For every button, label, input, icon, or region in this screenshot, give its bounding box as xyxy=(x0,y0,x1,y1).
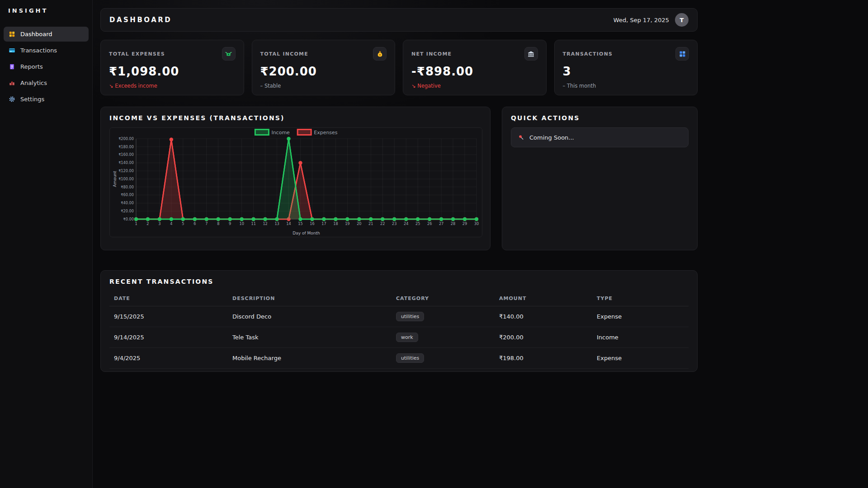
category-badge: utilities xyxy=(396,353,424,363)
cell-date: 9/15/2025 xyxy=(109,306,228,327)
svg-text:₹200.00: ₹200.00 xyxy=(118,136,134,141)
svg-text:₹120.00: ₹120.00 xyxy=(118,169,134,173)
svg-text:3: 3 xyxy=(158,221,160,226)
svg-text:15: 15 xyxy=(298,221,302,226)
money-bag-icon xyxy=(373,47,387,61)
svg-text:9: 9 xyxy=(229,221,231,226)
svg-text:1: 1 xyxy=(135,221,137,226)
pushpin-icon xyxy=(518,134,524,141)
svg-text:7: 7 xyxy=(205,221,208,226)
stat-trend: ↘ Negative xyxy=(411,83,538,89)
avatar[interactable]: T xyxy=(675,13,689,27)
svg-text:13: 13 xyxy=(274,221,279,226)
cell-amount: ₹140.00 xyxy=(495,306,592,327)
page-title: DASHBOARD xyxy=(109,16,172,24)
table-row: 9/4/2025 Mobile Recharge utilities ₹198.… xyxy=(109,348,689,369)
svg-text:₹60.00: ₹60.00 xyxy=(121,192,134,197)
cell-type: Expense xyxy=(592,306,689,327)
table-row: 9/15/2025 Discord Deco utilities ₹140.00… xyxy=(109,306,689,327)
stat-label: NET INCOME xyxy=(411,51,452,57)
cell-category: work xyxy=(392,327,495,348)
stat-label: TRANSACTIONS xyxy=(563,51,613,57)
cell-description: Discord Deco xyxy=(228,306,392,327)
svg-text:₹20.00: ₹20.00 xyxy=(121,209,134,213)
svg-text:28: 28 xyxy=(451,221,455,226)
svg-text:12: 12 xyxy=(263,221,267,226)
svg-text:6: 6 xyxy=(193,221,196,226)
stat-label: TOTAL EXPENSES xyxy=(109,51,165,57)
credit-card-icon xyxy=(9,47,15,54)
cell-description: Mobile Recharge xyxy=(228,348,392,369)
category-badge: utilities xyxy=(396,312,424,321)
money-with-wings-icon xyxy=(222,47,236,61)
table-row: 9/14/2025 Tele Task work ₹200.00 Income xyxy=(109,327,689,348)
column-header-category: CATEGORY xyxy=(392,291,495,306)
svg-text:29: 29 xyxy=(462,221,467,226)
svg-text:24: 24 xyxy=(404,221,408,226)
sidebar-item-settings[interactable]: Settings xyxy=(4,92,89,107)
svg-text:27: 27 xyxy=(439,221,443,226)
svg-text:18: 18 xyxy=(333,221,338,226)
category-badge: work xyxy=(396,333,418,342)
stat-card-transactions: TRANSACTIONS 3 – This month xyxy=(554,40,698,95)
svg-text:₹40.00: ₹40.00 xyxy=(121,201,134,205)
svg-text:₹140.00: ₹140.00 xyxy=(118,160,134,165)
svg-text:10: 10 xyxy=(239,221,244,226)
cell-type: Expense xyxy=(592,348,689,369)
svg-text:₹100.00: ₹100.00 xyxy=(118,177,134,181)
svg-text:30: 30 xyxy=(474,221,479,226)
bank-icon xyxy=(524,47,538,61)
app-root: INSIGHT Dashboard Transactions Reports xyxy=(0,0,868,488)
grid-icon xyxy=(675,47,689,61)
stat-value: 3 xyxy=(563,65,689,78)
stat-card-net-income: NET INCOME -₹898.00 ↘ Negative xyxy=(403,40,547,95)
svg-text:Expenses: Expenses xyxy=(314,130,338,136)
stat-value: -₹898.00 xyxy=(411,65,538,78)
svg-text:16: 16 xyxy=(310,221,314,226)
svg-text:19: 19 xyxy=(345,221,349,226)
cell-amount: ₹200.00 xyxy=(495,327,592,348)
stat-trend: – Stable xyxy=(260,83,387,89)
cell-date: 9/4/2025 xyxy=(109,348,228,369)
avatar-initial: T xyxy=(680,17,684,23)
stat-label: TOTAL INCOME xyxy=(260,51,308,57)
sidebar-item-label: Dashboard xyxy=(20,31,52,38)
sidebar-item-label: Reports xyxy=(20,63,43,70)
svg-text:₹80.00: ₹80.00 xyxy=(121,185,134,189)
stats-row: TOTAL EXPENSES ₹1,098.00 ↘ Exceeds incom… xyxy=(100,40,698,95)
svg-text:4: 4 xyxy=(170,221,172,226)
sidebar-item-analytics[interactable]: Analytics xyxy=(4,75,89,90)
svg-text:23: 23 xyxy=(392,221,396,226)
sidebar-nav: Dashboard Transactions Reports Analytics xyxy=(0,27,92,107)
column-header-description: DESCRIPTION xyxy=(228,291,392,306)
svg-text:5: 5 xyxy=(182,221,184,226)
cell-category: utilities xyxy=(392,306,495,327)
quick-action-coming-soon[interactable]: Coming Soon... xyxy=(511,127,689,147)
report-document-icon xyxy=(9,63,15,70)
cell-type: Income xyxy=(592,327,689,348)
svg-text:8: 8 xyxy=(217,221,219,226)
sidebar-item-reports[interactable]: Reports xyxy=(4,59,89,74)
svg-text:26: 26 xyxy=(427,221,432,226)
income-expenses-chart: ₹0.00₹20.00₹40.00₹60.00₹80.00₹100.00₹120… xyxy=(109,127,482,237)
svg-text:2: 2 xyxy=(146,221,149,226)
quick-actions-title: QUICK ACTIONS xyxy=(511,114,689,122)
transactions-table: DATE DESCRIPTION CATEGORY AMOUNT TYPE 9/… xyxy=(109,291,689,369)
stat-card-total-expenses: TOTAL EXPENSES ₹1,098.00 ↘ Exceeds incom… xyxy=(100,40,244,95)
stat-value: ₹200.00 xyxy=(260,65,387,78)
chart-title: INCOME VS EXPENSES (TRANSACTIONS) xyxy=(109,114,481,122)
cell-category: utilities xyxy=(392,348,495,369)
sidebar: INSIGHT Dashboard Transactions Reports xyxy=(0,0,93,488)
dashboard-grid-icon xyxy=(9,31,15,38)
gear-icon xyxy=(9,96,15,103)
stat-card-total-income: TOTAL INCOME ₹200.00 – Stable xyxy=(252,40,396,95)
svg-text:Day of Month: Day of Month xyxy=(292,231,320,235)
svg-text:11: 11 xyxy=(251,221,255,226)
main-area: DASHBOARD Wed, Sep 17, 2025 T TOTAL EXPE… xyxy=(93,0,868,488)
income-expenses-chart-card: INCOME VS EXPENSES (TRANSACTIONS) ₹0.00₹… xyxy=(100,107,491,250)
sidebar-item-transactions[interactable]: Transactions xyxy=(4,43,89,58)
sidebar-item-dashboard[interactable]: Dashboard xyxy=(4,27,89,42)
column-header-date: DATE xyxy=(109,291,228,306)
column-header-amount: AMOUNT xyxy=(495,291,592,306)
svg-text:21: 21 xyxy=(368,221,373,226)
